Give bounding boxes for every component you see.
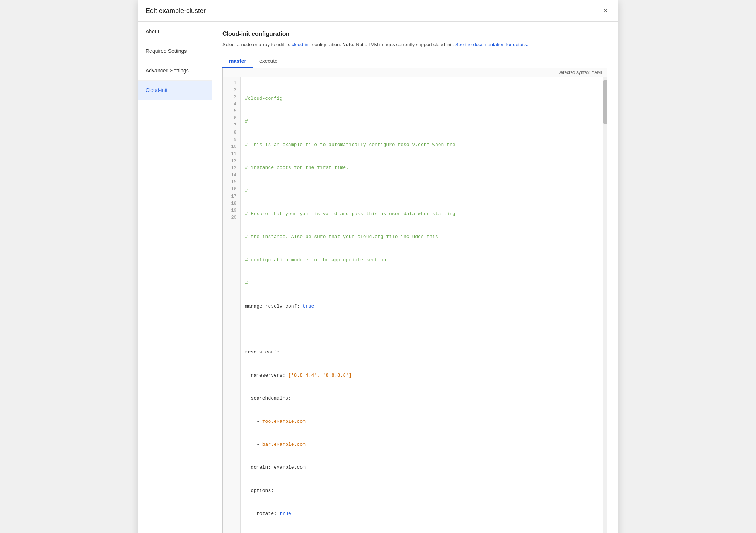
description-text3: Not all VM images currently support clou… (355, 42, 455, 47)
ln-2: 2 (223, 87, 240, 94)
ln-3: 3 (223, 94, 240, 101)
code-line-19: rotate: true (245, 510, 598, 518)
code-line-10: manage_resolv_conf: true (245, 303, 598, 310)
ln-15: 15 (223, 179, 240, 186)
main-content: Cloud-init configuration Select a node o… (212, 22, 618, 533)
sidebar-item-about[interactable]: About (138, 22, 212, 41)
code-line-15: - foo.example.com (245, 418, 598, 426)
sidebar-item-advanced-settings[interactable]: Advanced Settings (138, 61, 212, 81)
ln-17: 17 (223, 193, 240, 200)
dialog-header: Edit example-cluster × (138, 0, 618, 22)
editor-wrapper: Detected syntax: YAML 1 2 3 4 5 6 7 (222, 68, 607, 533)
line-numbers: 1 2 3 4 5 6 7 8 9 10 11 (223, 77, 241, 533)
vertical-scrollbar[interactable] (603, 77, 607, 533)
tabs-and-editor: master execute Detected syntax: YAML 1 2 (222, 55, 607, 533)
ln-20: 20 (223, 214, 240, 221)
tab-execute-label: execute (259, 58, 277, 64)
ln-16: 16 (223, 186, 240, 193)
ln-8: 8 (223, 129, 240, 136)
ln-11: 11 (223, 150, 240, 157)
docs-link[interactable]: See the documentation for details. (455, 42, 528, 47)
code-line-16: - bar.example.com (245, 441, 598, 449)
code-line-6: # Ensure that your yaml is valid and pas… (245, 210, 598, 218)
tab-master-label: master (229, 58, 246, 64)
code-line-3: # This is an example file to automatical… (245, 141, 598, 149)
sidebar: About Required Settings Advanced Setting… (138, 22, 212, 533)
editor-status-bar: Detected syntax: YAML (223, 68, 607, 77)
ln-5: 5 (223, 108, 240, 115)
sidebar-item-label: About (146, 28, 159, 34)
ln-10: 10 (223, 143, 240, 150)
close-button[interactable]: × (600, 6, 610, 16)
code-line-5: # (245, 187, 598, 195)
tabs: master execute (222, 55, 607, 68)
sidebar-item-required-settings[interactable]: Required Settings (138, 41, 212, 61)
code-line-12: resolv_conf: (245, 349, 598, 356)
ln-4: 4 (223, 101, 240, 108)
ln-1: 1 (223, 80, 240, 87)
description: Select a node or array to edit its cloud… (222, 41, 607, 48)
dialog-body: About Required Settings Advanced Setting… (138, 22, 618, 533)
ln-6: 6 (223, 115, 240, 122)
description-text1: Select a node or array to edit its (222, 42, 292, 47)
ln-18: 18 (223, 200, 240, 207)
sidebar-item-label: Cloud-init (146, 87, 167, 93)
tab-execute[interactable]: execute (253, 55, 284, 68)
ln-14: 14 (223, 172, 240, 179)
ln-12: 12 (223, 158, 240, 165)
ln-19: 19 (223, 207, 240, 214)
code-line-17: domain: example.com (245, 464, 598, 472)
description-bold: Note: (342, 42, 354, 47)
tab-master[interactable]: master (222, 55, 253, 68)
code-line-8: # configuration module in the appropriat… (245, 257, 598, 264)
ln-9: 9 (223, 136, 240, 143)
code-line-9: # (245, 279, 598, 287)
scrollbar-thumb[interactable] (603, 80, 607, 124)
editor-area[interactable]: 1 2 3 4 5 6 7 8 9 10 11 (223, 77, 603, 533)
code-line-2: # (245, 118, 598, 126)
sidebar-item-label: Required Settings (146, 48, 187, 54)
cloud-init-link[interactable]: cloud-init (292, 42, 311, 47)
code-line-18: options: (245, 487, 598, 495)
code-line-14: searchdomains: (245, 395, 598, 403)
ln-13: 13 (223, 165, 240, 172)
sidebar-item-cloud-init[interactable]: Cloud-init (138, 81, 212, 100)
code-line-4: # instance boots for the first time. (245, 164, 598, 172)
code-content[interactable]: #cloud-config # # This is an example fil… (241, 77, 603, 533)
code-line-13: nameservers: ['8.8.4.4', '8.8.8.8'] (245, 372, 598, 380)
description-text2: configuration. (311, 42, 342, 47)
section-title: Cloud-init configuration (222, 31, 607, 37)
sidebar-item-label: Advanced Settings (146, 68, 189, 74)
edit-cluster-dialog: Edit example-cluster × About Required Se… (138, 0, 618, 533)
ln-7: 7 (223, 122, 240, 129)
code-line-7: # the instance. Also be sure that your c… (245, 233, 598, 241)
code-line-11 (245, 326, 598, 333)
code-line-1: #cloud-config (245, 95, 598, 103)
dialog-title: Edit example-cluster (146, 7, 206, 15)
